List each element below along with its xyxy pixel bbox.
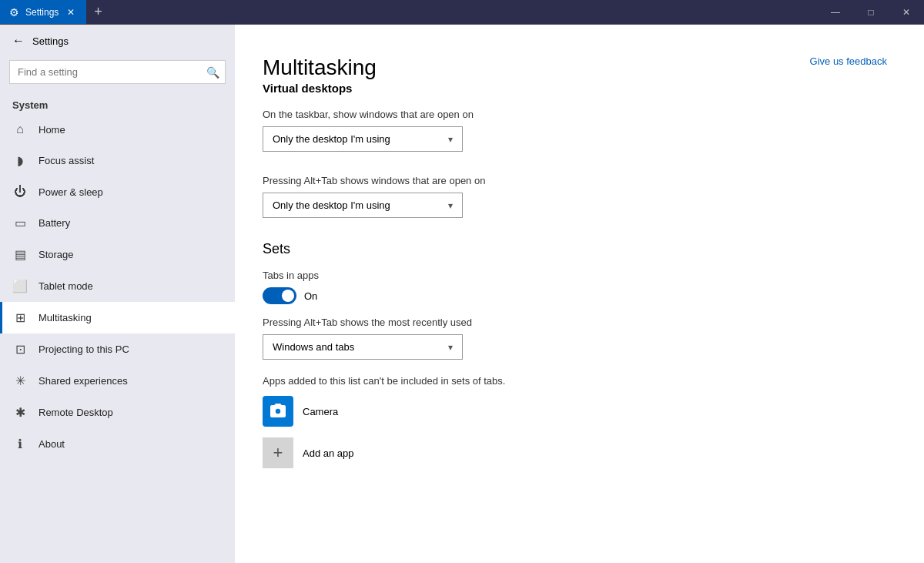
add-app-button[interactable]: + bbox=[263, 437, 293, 468]
alttab-sets-dropdown-value: Windows and tabs bbox=[273, 341, 354, 353]
camera-app-name: Camera bbox=[303, 406, 338, 417]
alttab-dropdown-value: Only the desktop I'm using bbox=[273, 199, 390, 211]
taskbar-dropdown-chevron: ▾ bbox=[448, 134, 453, 145]
sidebar-item-about[interactable]: ℹ About bbox=[0, 428, 235, 460]
sidebar-item-storage-label: Storage bbox=[38, 249, 74, 260]
camera-app-icon bbox=[263, 396, 293, 427]
toggle-state-label: On bbox=[304, 290, 317, 302]
projecting-icon: ⊡ bbox=[12, 342, 28, 357]
taskbar-setting-label: On the taskbar, show windows that are op… bbox=[263, 109, 887, 120]
home-icon: ⌂ bbox=[12, 122, 28, 136]
toggle-knob bbox=[282, 290, 294, 302]
search-input[interactable] bbox=[9, 60, 226, 84]
sidebar-item-shared-experiences-label: Shared experiences bbox=[38, 375, 128, 387]
about-icon: ℹ bbox=[12, 437, 28, 451]
back-arrow-icon: ← bbox=[12, 34, 25, 48]
minimize-button[interactable]: — bbox=[818, 0, 853, 24]
apps-list-note: Apps added to this list can't be include… bbox=[263, 375, 887, 387]
add-tab-button[interactable]: + bbox=[86, 0, 110, 24]
alttab-setting: Pressing Alt+Tab shows windows that are … bbox=[263, 175, 887, 218]
taskbar-setting: On the taskbar, show windows that are op… bbox=[263, 109, 887, 152]
sidebar-item-projecting-label: Projecting to this PC bbox=[38, 343, 129, 355]
power-sleep-icon: ⏻ bbox=[12, 185, 28, 199]
tabs-in-apps-toggle[interactable] bbox=[263, 287, 296, 304]
sidebar-item-multitasking[interactable]: ⊞ Multitasking bbox=[0, 302, 235, 333]
settings-tab-label: Settings bbox=[25, 7, 59, 18]
back-label: Settings bbox=[32, 35, 69, 47]
sidebar-item-power-sleep-label: Power & sleep bbox=[38, 186, 103, 198]
close-button[interactable]: ✕ bbox=[889, 0, 924, 24]
sidebar-item-remote-desktop[interactable]: ✱ Remote Desktop bbox=[0, 397, 235, 428]
titlebar: ⚙ Settings ✕ + — □ ✕ bbox=[0, 0, 924, 25]
sidebar-item-home[interactable]: ⌂ Home bbox=[0, 114, 235, 145]
tab-close-button[interactable]: ✕ bbox=[65, 7, 77, 18]
alttab-setting-label: Pressing Alt+Tab shows windows that are … bbox=[263, 175, 887, 186]
page-title: Multitasking bbox=[263, 55, 887, 80]
titlebar-tabs: ⚙ Settings ✕ + bbox=[0, 0, 818, 24]
sidebar-item-power-sleep[interactable]: ⏻ Power & sleep bbox=[0, 176, 235, 207]
shared-experiences-icon: ✳ bbox=[12, 374, 28, 388]
search-icon: 🔍 bbox=[206, 66, 219, 79]
sidebar-item-storage[interactable]: ▤ Storage bbox=[0, 239, 235, 270]
search-container: 🔍 bbox=[9, 60, 226, 84]
tablet-mode-icon: ⬜ bbox=[12, 279, 28, 293]
sets-section-title: Sets bbox=[263, 241, 887, 257]
multitasking-icon: ⊞ bbox=[12, 310, 28, 325]
sidebar-item-shared-experiences[interactable]: ✳ Shared experiences bbox=[0, 365, 235, 397]
app-container: ← Settings 🔍 System ⌂ Home ◗ Focus assis… bbox=[0, 25, 924, 563]
settings-tab-icon: ⚙ bbox=[9, 6, 19, 18]
sidebar-item-projecting[interactable]: ⊡ Projecting to this PC bbox=[0, 333, 235, 365]
titlebar-controls: — □ ✕ bbox=[818, 0, 924, 24]
storage-icon: ▤ bbox=[12, 247, 28, 262]
tabs-in-apps-toggle-row: On bbox=[263, 287, 887, 304]
add-app-row[interactable]: + Add an app bbox=[263, 437, 887, 468]
sidebar: ← Settings 🔍 System ⌂ Home ◗ Focus assis… bbox=[0, 25, 235, 563]
sidebar-item-focus-assist-label: Focus assist bbox=[38, 155, 94, 166]
taskbar-dropdown[interactable]: Only the desktop I'm using ▾ bbox=[263, 126, 463, 152]
sidebar-item-tablet-mode-label: Tablet mode bbox=[38, 280, 93, 292]
sidebar-item-tablet-mode[interactable]: ⬜ Tablet mode bbox=[0, 270, 235, 302]
sidebar-item-home-label: Home bbox=[38, 124, 65, 136]
alttab-sets-dropdown-chevron: ▾ bbox=[448, 342, 453, 353]
feedback-link[interactable]: Give us feedback bbox=[810, 55, 887, 67]
camera-icon bbox=[269, 402, 287, 421]
sidebar-section-label: System bbox=[0, 93, 235, 114]
remote-desktop-icon: ✱ bbox=[12, 405, 28, 420]
virtual-desktops-section-title: Virtual desktops bbox=[263, 82, 887, 95]
settings-tab[interactable]: ⚙ Settings ✕ bbox=[0, 0, 86, 24]
focus-assist-icon: ◗ bbox=[12, 153, 28, 168]
sidebar-item-focus-assist[interactable]: ◗ Focus assist bbox=[0, 145, 235, 176]
sidebar-item-battery-label: Battery bbox=[38, 217, 70, 229]
alttab-sets-label: Pressing Alt+Tab shows the most recently… bbox=[263, 317, 887, 328]
taskbar-dropdown-value: Only the desktop I'm using bbox=[273, 133, 390, 145]
camera-app-item: Camera bbox=[263, 396, 887, 427]
back-button[interactable]: ← Settings bbox=[0, 25, 235, 57]
maximize-button[interactable]: □ bbox=[853, 0, 889, 24]
tabs-in-apps-label: Tabs in apps bbox=[263, 270, 887, 281]
alttab-sets-dropdown[interactable]: Windows and tabs ▾ bbox=[263, 334, 463, 360]
battery-icon: ▭ bbox=[12, 216, 28, 230]
alttab-dropdown-chevron: ▾ bbox=[448, 200, 453, 211]
alttab-dropdown[interactable]: Only the desktop I'm using ▾ bbox=[263, 193, 463, 218]
sidebar-item-remote-desktop-label: Remote Desktop bbox=[38, 407, 113, 418]
main-content: Give us feedback Multitasking Virtual de… bbox=[235, 25, 924, 563]
add-app-label: Add an app bbox=[303, 447, 354, 459]
sidebar-item-battery[interactable]: ▭ Battery bbox=[0, 207, 235, 239]
sidebar-item-about-label: About bbox=[38, 438, 65, 450]
sidebar-item-multitasking-label: Multitasking bbox=[38, 312, 92, 323]
